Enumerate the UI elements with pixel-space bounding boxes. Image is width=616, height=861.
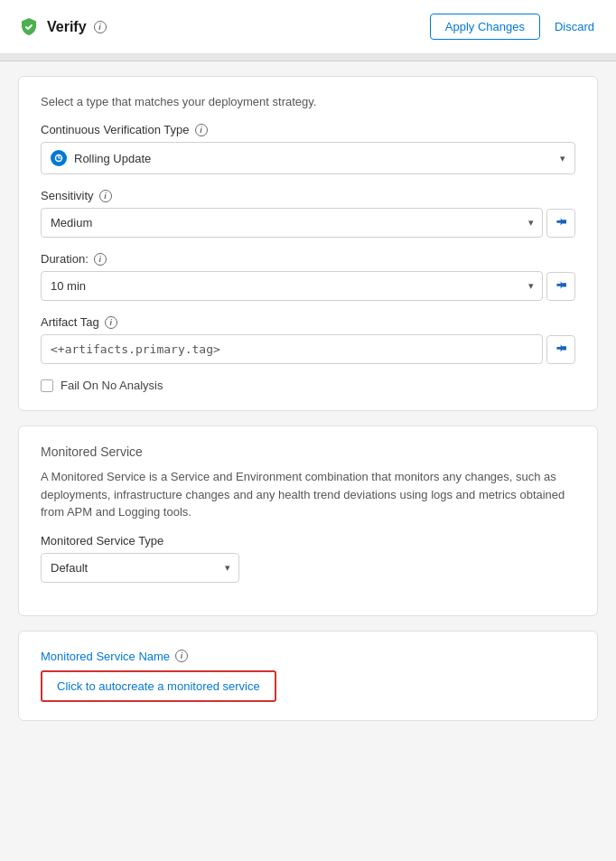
- artifact-tag-field-wrapper: [41, 334, 575, 364]
- header: Verify i Apply Changes Discard: [0, 0, 616, 54]
- autocreate-monitored-service-button[interactable]: Click to autocreate a monitored service: [41, 670, 276, 702]
- cv-type-label: Continuous Verification Type i: [41, 123, 575, 136]
- artifact-tag-group: Artifact Tag i: [41, 315, 575, 364]
- cv-type-card: Select a type that matches your deployme…: [18, 76, 598, 411]
- cv-type-chevron-icon: ▾: [560, 153, 565, 164]
- title-info-icon[interactable]: i: [94, 21, 107, 33]
- duration-pin-button[interactable]: [546, 272, 575, 301]
- artifact-tag-label: Artifact Tag i: [41, 315, 575, 329]
- artifact-tag-input[interactable]: [41, 334, 543, 364]
- monitored-service-description: A Monitored Service is a Service and Env…: [41, 468, 575, 521]
- sensitivity-group: Sensitivity i Medium Low High ▾: [41, 189, 575, 238]
- fail-on-no-analysis-wrapper: Fail On No Analysis: [41, 379, 575, 392]
- verify-shield-icon: [18, 16, 40, 38]
- monitored-service-title: Monitored Service: [41, 445, 575, 459]
- duration-field-wrapper: 10 min 5 min 15 min 30 min ▾: [41, 271, 575, 301]
- fail-on-no-analysis-label: Fail On No Analysis: [61, 379, 163, 392]
- main-content: Select a type that matches your deployme…: [0, 61, 616, 861]
- monitored-service-card: Monitored Service A Monitored Service is…: [18, 426, 598, 616]
- duration-label: Duration: i: [41, 252, 575, 266]
- apply-changes-button[interactable]: Apply Changes: [430, 14, 540, 40]
- sensitivity-pin-button[interactable]: [546, 209, 575, 238]
- duration-info-icon[interactable]: i: [94, 253, 107, 266]
- sensitivity-select[interactable]: Medium Low High: [41, 208, 543, 238]
- pin-icon-2: [552, 277, 569, 295]
- artifact-tag-info-icon[interactable]: i: [105, 316, 117, 329]
- monitored-service-type-label: Monitored Service Type: [41, 534, 575, 547]
- cv-type-info-icon[interactable]: i: [195, 124, 208, 136]
- header-left: Verify i: [18, 16, 107, 38]
- rolling-update-icon: [51, 150, 67, 166]
- duration-select-wrapper: 10 min 5 min 15 min 30 min ▾: [41, 271, 543, 301]
- page-title: Verify: [47, 19, 87, 35]
- monitored-service-type-group: Monitored Service Type Default ▾: [41, 534, 575, 583]
- sensitivity-select-wrapper: Medium Low High ▾: [41, 208, 543, 238]
- pin-icon-3: [552, 341, 569, 358]
- duration-select[interactable]: 10 min 5 min 15 min 30 min: [41, 271, 543, 301]
- sensitivity-info-icon[interactable]: i: [99, 190, 112, 202]
- monitored-service-name-label-wrapper: Monitored Service Name i: [41, 650, 575, 663]
- cv-type-select[interactable]: Rolling Update ▾: [41, 142, 575, 174]
- cv-type-value: Rolling Update: [74, 152, 560, 165]
- sensitivity-field-wrapper: Medium Low High ▾: [41, 208, 575, 238]
- monitored-service-type-select-wrapper: Default ▾: [41, 553, 239, 583]
- discard-button[interactable]: Discard: [551, 14, 598, 39]
- form-hint: Select a type that matches your deployme…: [41, 95, 575, 108]
- monitored-service-type-select[interactable]: Default: [41, 553, 239, 583]
- sensitivity-label: Sensitivity i: [41, 189, 575, 202]
- pin-icon: [552, 214, 569, 231]
- artifact-tag-pin-button[interactable]: [546, 335, 575, 364]
- monitored-name-info-icon[interactable]: i: [175, 650, 188, 662]
- cv-type-group: Continuous Verification Type i Rolling U…: [41, 123, 575, 174]
- monitored-service-name-card: Monitored Service Name i Click to autocr…: [18, 631, 598, 721]
- header-actions: Apply Changes Discard: [430, 14, 598, 40]
- fail-on-no-analysis-checkbox[interactable]: [41, 379, 53, 392]
- top-divider: [0, 54, 616, 61]
- duration-group: Duration: i 10 min 5 min 15 min 30 min ▾: [41, 252, 575, 301]
